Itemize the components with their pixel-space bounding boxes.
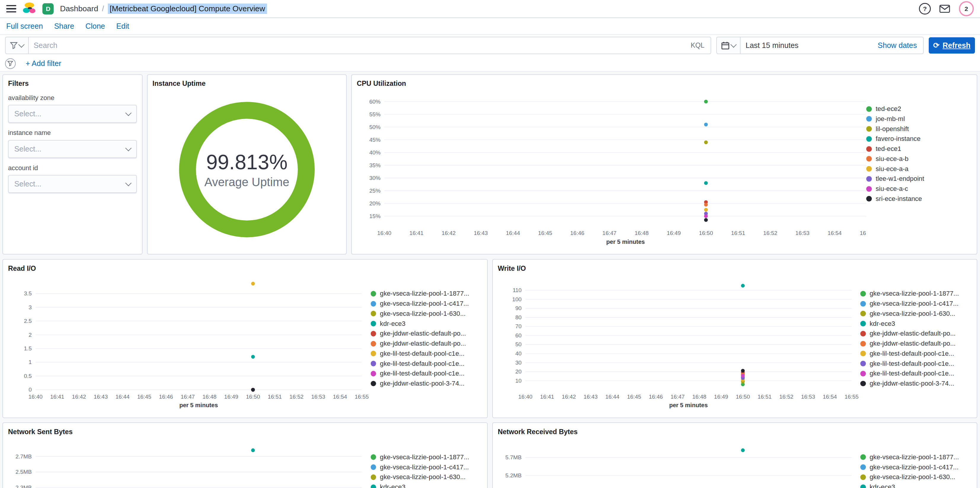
panel-title[interactable]: Instance Uptime bbox=[152, 79, 341, 87]
svg-text:16:42: 16:42 bbox=[72, 394, 86, 400]
legend-label: lil-openshift bbox=[876, 125, 909, 133]
panel-title[interactable]: Write I/O bbox=[498, 265, 972, 273]
space-badge[interactable]: D bbox=[42, 3, 54, 14]
svg-text:16:42: 16:42 bbox=[442, 230, 455, 236]
network-received-chart-area: 5.7MB5.2MB4.8MB4.3MB3.8MB3.3MB16:4016:41… bbox=[498, 439, 972, 488]
panel-title[interactable]: Network Sent Bytes bbox=[8, 428, 482, 436]
availability-zone-select[interactable]: Select... bbox=[8, 105, 137, 123]
legend-item[interactable]: gke-vseca-lizzie-pool-1-1877... bbox=[860, 289, 968, 299]
panel-title[interactable]: Read I/O bbox=[8, 265, 482, 273]
legend-item[interactable]: siu-ece-a-b bbox=[866, 154, 972, 164]
legend-item[interactable]: kdr-ece3 bbox=[860, 319, 968, 329]
panel-title[interactable]: CPU Utilization bbox=[357, 79, 972, 87]
legend-dot bbox=[860, 371, 866, 376]
legend-item[interactable]: gke-lil-test-default-pool-c1e... bbox=[371, 349, 478, 359]
legend-item[interactable]: gke-vseca-lizzie-pool-1-1877... bbox=[860, 452, 968, 462]
kql-badge[interactable]: KQL bbox=[684, 41, 711, 49]
svg-text:16:41: 16:41 bbox=[410, 230, 423, 236]
menu-edit[interactable]: Edit bbox=[116, 22, 129, 30]
filter-label: account id bbox=[8, 164, 137, 172]
cpu-utilization-panel: CPU Utilization 60%55%50%45%40%35%30%25%… bbox=[351, 74, 977, 255]
legend-item[interactable]: gke-lil-test-default-pool-c1e... bbox=[860, 349, 968, 359]
user-avatar[interactable]: 2 bbox=[959, 1, 974, 16]
svg-text:16:45: 16:45 bbox=[627, 394, 641, 400]
legend-item[interactable]: ted-ece2 bbox=[866, 104, 972, 114]
panel-title[interactable]: Network Received Bytes bbox=[498, 428, 972, 436]
panel-title[interactable]: Filters bbox=[8, 79, 137, 87]
legend-label: gke-lil-test-default-pool-c1e... bbox=[380, 370, 465, 377]
help-button[interactable]: ? bbox=[919, 3, 931, 15]
legend-item[interactable]: gke-vseca-lizzie-pool-1-630... bbox=[860, 472, 968, 482]
legend-item[interactable]: kdr-ece3 bbox=[371, 482, 478, 488]
legend-item[interactable]: gke-jddwr-elastic-default-po... bbox=[860, 328, 968, 339]
add-filter-button[interactable]: + Add filter bbox=[22, 59, 65, 68]
svg-text:16:53: 16:53 bbox=[801, 394, 815, 400]
legend-item[interactable]: joe-mb-ml bbox=[866, 114, 972, 124]
legend-item[interactable]: sri-ece-instance bbox=[866, 194, 972, 204]
svg-text:16:46: 16:46 bbox=[159, 394, 173, 400]
legend-item[interactable]: gke-lil-test-default-pool-c1e... bbox=[371, 368, 478, 379]
svg-text:60%: 60% bbox=[369, 98, 380, 105]
svg-text:16:41: 16:41 bbox=[50, 394, 64, 400]
legend-item[interactable]: kdr-ece3 bbox=[860, 482, 968, 488]
legend-label: joe-mb-ml bbox=[876, 115, 905, 123]
calendar-menu-button[interactable] bbox=[717, 37, 741, 54]
legend-label: gke-vseca-lizzie-pool-1-1877... bbox=[380, 290, 469, 298]
saved-query-menu-button[interactable] bbox=[6, 37, 29, 54]
dashboard-grid: Filters availability zone Select... inst… bbox=[0, 71, 980, 488]
legend-item[interactable]: gke-vseca-lizzie-pool-1-630... bbox=[860, 309, 968, 319]
menu-icon[interactable] bbox=[6, 5, 16, 13]
svg-text:16:51: 16:51 bbox=[268, 394, 282, 400]
network-received-legend: gke-vseca-lizzie-pool-1-1877...gke-vseca… bbox=[860, 439, 968, 488]
legend-item[interactable]: lil-openshift bbox=[866, 124, 972, 134]
legend-item[interactable]: gke-lil-test-default-pool-c1e... bbox=[860, 368, 968, 379]
instance-name-select[interactable]: Select... bbox=[8, 140, 137, 158]
legend-item[interactable]: gke-vseca-lizzie-pool-1-630... bbox=[371, 309, 478, 319]
legend-item[interactable]: gke-jddwr-elastic-default-po... bbox=[371, 328, 478, 339]
legend-item[interactable]: gke-jddwr-elastic-pool-3-74... bbox=[860, 379, 968, 388]
legend-item[interactable]: gke-lil-test-default-pool-c1e... bbox=[371, 359, 478, 369]
legend-dot bbox=[860, 321, 866, 326]
legend-item[interactable]: gke-vseca-lizzie-pool-1-1877... bbox=[371, 289, 478, 299]
legend-item[interactable]: gke-vseca-lizzie-pool-1-c417... bbox=[371, 299, 478, 309]
legend-item[interactable]: gke-vseca-lizzie-pool-1-1877... bbox=[371, 452, 478, 462]
legend-item[interactable]: gke-jddwr-elastic-default-po... bbox=[860, 339, 968, 349]
dashboard-row-3: Network Sent Bytes 2.7MB2.5MB2.3MB2.1MB1… bbox=[2, 422, 977, 488]
legend-item[interactable]: tlee-w1-endpoint bbox=[866, 174, 972, 184]
legend-item[interactable]: gke-vseca-lizzie-pool-1-c417... bbox=[371, 462, 478, 472]
breadcrumb-separator: / bbox=[102, 5, 104, 13]
time-range-button[interactable]: Last 15 minutes bbox=[741, 41, 803, 50]
menu-full-screen[interactable]: Full screen bbox=[6, 22, 43, 30]
newsfeed-button[interactable] bbox=[939, 5, 950, 13]
refresh-button[interactable]: ⟳ Refresh bbox=[929, 37, 975, 54]
legend-item[interactable]: gke-vseca-lizzie-pool-1-c417... bbox=[860, 299, 968, 309]
legend-item[interactable]: ted-ece1 bbox=[866, 144, 972, 154]
legend-item[interactable]: gke-jddwr-elastic-default-po... bbox=[371, 339, 478, 349]
legend-item[interactable]: gke-lil-test-default-pool-c1e... bbox=[860, 359, 968, 369]
svg-text:16:44: 16:44 bbox=[506, 230, 520, 236]
menu-clone[interactable]: Clone bbox=[85, 22, 105, 30]
legend-item[interactable]: gke-vseca-lizzie-pool-1-630... bbox=[371, 472, 478, 482]
legend-label: siu-ece-a-b bbox=[876, 155, 908, 163]
elastic-logo[interactable] bbox=[22, 2, 36, 15]
svg-text:16:52: 16:52 bbox=[779, 394, 793, 400]
account-id-select[interactable]: Select... bbox=[8, 175, 137, 193]
show-dates-button[interactable]: Show dates bbox=[872, 41, 923, 50]
search-input[interactable] bbox=[29, 41, 684, 50]
legend-item[interactable]: kdr-ece3 bbox=[371, 319, 478, 329]
svg-text:16:54: 16:54 bbox=[828, 230, 842, 236]
legend-item[interactable]: gke-jddwr-elastic-pool-3-74... bbox=[371, 379, 478, 388]
legend-dot bbox=[371, 301, 376, 307]
legend-item[interactable]: gke-vseca-lizzie-pool-1-c417... bbox=[860, 462, 968, 472]
menu-share[interactable]: Share bbox=[54, 22, 75, 30]
legend-dot bbox=[860, 341, 866, 347]
legend-label: gke-lil-test-default-pool-c1e... bbox=[380, 350, 465, 358]
legend-item[interactable]: favero-instance bbox=[866, 134, 972, 144]
legend-dot bbox=[371, 331, 376, 336]
filter-options-button[interactable] bbox=[5, 58, 16, 69]
svg-text:16:44: 16:44 bbox=[605, 394, 619, 400]
legend-item[interactable]: siu-ece-a-c bbox=[866, 184, 972, 194]
legend-dot bbox=[371, 474, 376, 480]
breadcrumb-dashboard[interactable]: Dashboard bbox=[60, 4, 98, 13]
legend-item[interactable]: siu-ece-a-a bbox=[866, 164, 972, 174]
